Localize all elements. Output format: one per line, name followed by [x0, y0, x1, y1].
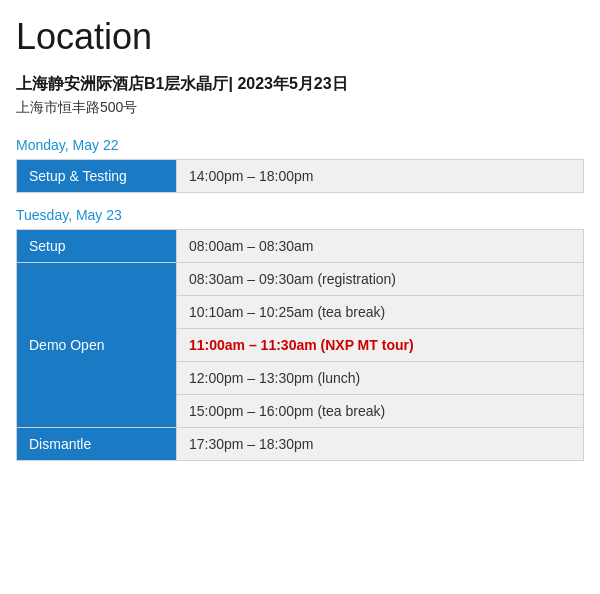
page-title: Location	[16, 16, 584, 58]
time-cell-1-1-1: 10:10am – 10:25am (tea break)	[177, 296, 584, 329]
venue-name: 上海静安洲际酒店B1层水晶厅| 2023年5月23日	[16, 74, 584, 95]
day-label-0: Monday, May 22	[16, 137, 584, 153]
time-cell-1-1-4: 15:00pm – 16:00pm (tea break)	[177, 395, 584, 428]
table-row: Dismantle17:30pm – 18:30pm	[17, 428, 584, 461]
schedule-table-1: Setup08:00am – 08:30amDemo Open08:30am –…	[16, 229, 584, 461]
time-cell-1-1-0: 08:30am – 09:30am (registration)	[177, 263, 584, 296]
event-label-1-1: Demo Open	[17, 263, 177, 428]
table-row: Setup & Testing14:00pm – 18:00pm	[17, 160, 584, 193]
time-cell-1-1-3: 12:00pm – 13:30pm (lunch)	[177, 362, 584, 395]
time-cell-1-1-2: 11:00am – 11:30am (NXP MT tour)	[177, 329, 584, 362]
day-section-1: Tuesday, May 23Setup08:00am – 08:30amDem…	[16, 207, 584, 461]
event-label-1-0: Setup	[17, 230, 177, 263]
schedule-table-0: Setup & Testing14:00pm – 18:00pm	[16, 159, 584, 193]
time-cell-0-0-0: 14:00pm – 18:00pm	[177, 160, 584, 193]
event-label-1-2: Dismantle	[17, 428, 177, 461]
day-label-1: Tuesday, May 23	[16, 207, 584, 223]
table-row: Demo Open08:30am – 09:30am (registration…	[17, 263, 584, 296]
time-cell-1-2-0: 17:30pm – 18:30pm	[177, 428, 584, 461]
day-section-0: Monday, May 22Setup & Testing14:00pm – 1…	[16, 137, 584, 193]
time-cell-1-0-0: 08:00am – 08:30am	[177, 230, 584, 263]
table-row: Setup08:00am – 08:30am	[17, 230, 584, 263]
venue-address: 上海市恒丰路500号	[16, 99, 584, 117]
highlighted-time: 11:00am – 11:30am (NXP MT tour)	[189, 337, 414, 353]
event-label-0-0: Setup & Testing	[17, 160, 177, 193]
